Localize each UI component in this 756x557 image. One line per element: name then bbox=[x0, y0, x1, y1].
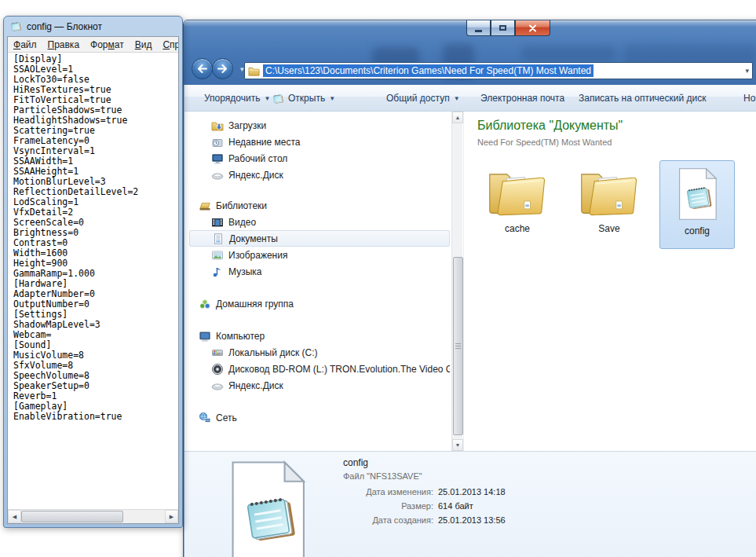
yandex-disk-icon bbox=[211, 379, 224, 392]
file-item-label: config bbox=[685, 225, 710, 236]
email-button[interactable]: Электронная почта bbox=[477, 90, 568, 106]
menu-file[interactable]: Файл bbox=[8, 39, 42, 50]
recent-places-icon bbox=[211, 136, 224, 148]
scroll-left-icon[interactable]: ◀ bbox=[8, 510, 21, 523]
navigation-pane: Загрузки Недавние места Рабочий стол Янд… bbox=[184, 112, 451, 451]
file-item-label: cache bbox=[505, 223, 530, 234]
details-file-type: Файл "NFS13SAVE" bbox=[343, 471, 422, 481]
sidebar-item-desktop[interactable]: Рабочий стол bbox=[184, 150, 450, 167]
email-label: Электронная почта bbox=[480, 93, 564, 104]
sidebar-item-local-disk-c[interactable]: Локальный диск (C:) bbox=[184, 344, 450, 361]
notepad-text-area[interactable]: [Display] SSAOLevel=1 LockTo30=false HiR… bbox=[8, 52, 178, 509]
desktop-icon bbox=[211, 152, 224, 165]
minimize-icon bbox=[475, 30, 482, 32]
optical-disc-icon bbox=[211, 363, 224, 376]
share-label: Общий доступ bbox=[386, 93, 450, 104]
organize-button[interactable]: Упорядочить▼ bbox=[201, 90, 273, 106]
sidebar-item-downloads[interactable]: Загрузки bbox=[184, 117, 450, 134]
explorer-titlebar: ▾ C:\Users\123\Documents\Criterion Games… bbox=[184, 20, 756, 85]
details-pane: config Файл "NFS13SAVE" Дата изменения: … bbox=[184, 451, 756, 557]
share-button[interactable]: Общий доступ▼ bbox=[383, 90, 463, 106]
sidebar-item-libraries[interactable]: Библиотеки bbox=[184, 197, 450, 214]
sidebar-item-network[interactable]: Сеть bbox=[184, 409, 450, 426]
sidebar-item-homegroup[interactable]: Домашняя группа bbox=[184, 295, 450, 312]
homegroup-icon bbox=[199, 298, 211, 310]
notepad-content: [Display] SSAOLevel=1 LockTo30=false HiR… bbox=[8, 53, 178, 422]
chevron-down-icon: ▼ bbox=[329, 95, 335, 102]
sidebar-item-pictures[interactable]: Изображения bbox=[184, 247, 450, 263]
maximize-icon bbox=[499, 25, 506, 31]
minimize-button[interactable] bbox=[466, 20, 491, 36]
command-bar: Упорядочить▼ Открыть▼ Общий доступ▼ Элек… bbox=[184, 85, 756, 112]
notepad-client: Файл Правка Формат Вид Справка [Display]… bbox=[7, 36, 179, 524]
notepad-window-title: config — Блокнот bbox=[27, 21, 102, 32]
open-button[interactable]: Открыть▼ bbox=[269, 90, 338, 106]
details-row-created: Дата создания: 25.01.2013 13:56 bbox=[343, 515, 506, 525]
notepad-hscrollbar[interactable]: ◀ ▶ bbox=[8, 509, 178, 523]
desktop: { "notepad": { "window_title": "config —… bbox=[0, 0, 756, 557]
hard-drive-icon bbox=[211, 346, 224, 359]
scrollbar-grip bbox=[455, 343, 461, 350]
sidebar-item-yandex-disk-2[interactable]: Яндекс.Диск bbox=[184, 377, 450, 394]
yandex-disk-icon bbox=[211, 169, 224, 181]
file-item-save[interactable]: Save bbox=[572, 160, 647, 249]
notepad-file-icon bbox=[674, 167, 720, 221]
address-path: C:\Users\123\Documents\Criterion Games\N… bbox=[263, 64, 593, 77]
menu-view[interactable]: Вид bbox=[130, 39, 158, 50]
downloads-icon bbox=[211, 119, 224, 132]
open-label: Открыть bbox=[288, 93, 325, 104]
documents-icon bbox=[212, 233, 225, 245]
network-icon bbox=[199, 412, 211, 424]
scroll-up-icon[interactable]: ▲ bbox=[452, 112, 463, 123]
notepad-titlebar: config — Блокнот bbox=[4, 16, 182, 36]
back-icon bbox=[197, 64, 207, 73]
pictures-icon bbox=[211, 249, 224, 262]
hscrollbar-thumb[interactable] bbox=[21, 511, 123, 522]
sidebar-scrollbar[interactable]: ▲ ▼ bbox=[451, 112, 462, 451]
sidebar-item-video[interactable]: Видео bbox=[184, 214, 450, 230]
forward-button[interactable] bbox=[212, 58, 233, 79]
details-row-modified: Дата изменения: 25.01.2013 14:18 bbox=[343, 487, 506, 497]
file-item-label: Save bbox=[598, 223, 619, 234]
back-button[interactable] bbox=[192, 58, 213, 79]
video-icon bbox=[211, 216, 224, 229]
scroll-right-icon[interactable]: ▶ bbox=[165, 510, 178, 523]
window-controls bbox=[466, 20, 550, 36]
notepad-app-icon bbox=[10, 20, 22, 32]
details-file-name: config bbox=[343, 457, 368, 468]
address-bar[interactable]: C:\Users\123\Documents\Criterion Games\N… bbox=[244, 62, 753, 79]
burn-label: Записать на оптический диск bbox=[579, 93, 707, 104]
notepad-icon bbox=[272, 93, 284, 104]
sidebar-item-yandex-disk[interactable]: Яндекс.Диск bbox=[184, 167, 450, 183]
file-item-cache[interactable]: cache bbox=[480, 160, 555, 249]
close-icon bbox=[528, 24, 537, 32]
address-dropdown-icon[interactable]: ▾ bbox=[740, 67, 749, 75]
new-folder-button[interactable]: Новая папка bbox=[740, 90, 756, 106]
menu-edit[interactable]: Правка bbox=[42, 39, 86, 50]
sidebar-item-recent-places[interactable]: Недавние места bbox=[184, 134, 450, 150]
details-row-size: Размер: 614 байт bbox=[343, 501, 506, 511]
scrollbar-thumb[interactable] bbox=[453, 257, 463, 435]
notepad-menubar: Файл Правка Формат Вид Справка bbox=[8, 37, 178, 52]
explorer-main: Загрузки Недавние места Рабочий стол Янд… bbox=[184, 112, 756, 451]
file-item-config[interactable]: config bbox=[659, 160, 735, 249]
sidebar-item-computer[interactable]: Компьютер bbox=[184, 328, 450, 344]
glass-smudge bbox=[521, 46, 615, 61]
file-list-pane: Библиотека "Документы" Need For Speed(TM… bbox=[463, 112, 756, 451]
library-subtitle: Need For Speed(TM) Most Wanted bbox=[477, 137, 612, 147]
sidebar-item-documents[interactable]: Документы bbox=[189, 230, 450, 247]
music-icon bbox=[211, 266, 224, 278]
library-header: Библиотека "Документы" bbox=[477, 119, 623, 133]
recent-pages-dropdown[interactable]: ▾ bbox=[240, 65, 244, 73]
maximize-button[interactable] bbox=[491, 20, 515, 36]
close-button[interactable] bbox=[515, 20, 550, 36]
burn-button[interactable]: Записать на оптический диск bbox=[575, 90, 710, 106]
sidebar-item-bdrom-l[interactable]: Дисковод BD-ROM (L:) TRON.Evolution.The … bbox=[184, 361, 450, 377]
address-folder-icon bbox=[248, 65, 260, 77]
sidebar-item-music[interactable]: Музыка bbox=[184, 263, 450, 280]
menu-help[interactable]: Справка bbox=[157, 39, 179, 50]
scroll-down-icon[interactable]: ▼ bbox=[452, 439, 463, 451]
chevron-down-icon: ▼ bbox=[454, 95, 460, 102]
menu-format[interactable]: Формат bbox=[85, 39, 130, 50]
folder-icon bbox=[578, 167, 641, 218]
